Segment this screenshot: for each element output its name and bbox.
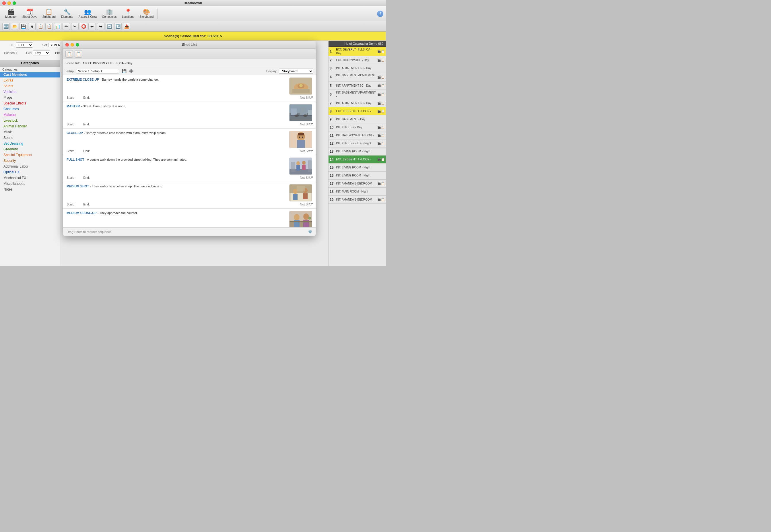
scene-list-item[interactable]: 2 EXT. HOLLYWOOD - Day 🎬📋: [329, 56, 386, 64]
category-item-music[interactable]: Music: [0, 129, 60, 135]
scene-list-item[interactable]: 7 INT. APARTMENT 6C - Day 🎬📋: [329, 99, 386, 107]
modal-close-button[interactable]: [65, 43, 69, 46]
scene-list-item[interactable]: 5 INT. APARTMENT 6C - Day 🎬📋: [329, 82, 386, 90]
shot-more-button[interactable]: •••: [309, 121, 313, 126]
maximize-button[interactable]: [13, 1, 16, 5]
scene-number: 9: [330, 117, 336, 121]
category-item-mechanical-fx[interactable]: Mechanical FX: [0, 175, 60, 181]
toolbar-locations[interactable]: 📍 Locations: [119, 7, 137, 20]
sub-btn-circle[interactable]: ⭕: [80, 23, 87, 30]
sub-btn-redo[interactable]: ↪: [97, 23, 104, 30]
sub-btn-export[interactable]: 📤: [123, 23, 130, 30]
shot-meta: Start: End: Not Shot: [67, 176, 312, 179]
shot-more-button[interactable]: •••: [309, 175, 313, 179]
sub-btn-print[interactable]: 🖨: [28, 23, 36, 30]
category-item-vehicles[interactable]: Vehicles: [0, 89, 60, 95]
companies-label: Companies: [102, 15, 117, 18]
category-item-extras[interactable]: Extras: [0, 77, 60, 83]
storyboard-label: Storyboard: [139, 15, 154, 18]
sub-btn-refresh1[interactable]: 🔄: [106, 23, 113, 30]
scene-list-item[interactable]: 13 INT. LIVING ROOM - Night: [329, 147, 386, 156]
scene-list-item[interactable]: 8 EXT. LEDGE/6TH FLOOR - 🎬📋: [329, 107, 386, 115]
sub-btn-new[interactable]: 🆕: [2, 23, 10, 30]
scene-list-item[interactable]: 19 INT. AMANDA'S BEDROOM - 🎬📋: [329, 196, 386, 204]
display-select[interactable]: Storyboard List: [279, 69, 313, 74]
category-item-optical-fx[interactable]: Optical FX: [0, 169, 60, 175]
category-item-costumes[interactable]: Costumes: [0, 106, 60, 112]
toolbar-actors-crew[interactable]: 👥 Actors & Crew: [76, 7, 99, 20]
scene-list-item[interactable]: 9 INT. BASEMENT - Day: [329, 115, 386, 123]
sub-btn-undo[interactable]: ↩: [88, 23, 96, 30]
category-item-special-effects[interactable]: Special Effects: [0, 100, 60, 106]
scene-number: 6: [330, 92, 336, 96]
scene-icons: 🎬📋: [377, 126, 384, 129]
modal-tb-paste[interactable]: 📋: [75, 50, 82, 58]
scene-list-item[interactable]: 17 INT. AMANDA'S BEDROOM - 🎬📋: [329, 180, 386, 188]
ie-select[interactable]: EXT. INT.: [16, 42, 33, 48]
sub-btn-edit[interactable]: ✏: [63, 23, 70, 30]
toolbar-elements[interactable]: 🔧 Elements: [59, 7, 76, 20]
close-button[interactable]: [2, 1, 6, 5]
category-item-makeup[interactable]: Makeup: [0, 112, 60, 118]
sub-btn-save[interactable]: 💾: [20, 23, 27, 30]
scene-list-item[interactable]: 11 INT. HALLWAY/4TH FLOOR - 🎬📋: [329, 131, 386, 139]
shot-end-label: End:: [83, 149, 90, 153]
category-item-security[interactable]: Security: [0, 158, 60, 164]
toolbar-companies[interactable]: 🏢 Companies: [100, 7, 119, 20]
modal-tb-copy[interactable]: 📋: [65, 50, 73, 58]
left-panel: I/E EXT. INT. Set 🚩 Scenes 1 D/N Day Nig…: [0, 41, 60, 266]
scene-icons: 🎬📋: [377, 142, 384, 145]
shot-more-button[interactable]: •••: [309, 201, 313, 206]
toolbar-stripboard[interactable]: 📋 Stripboard: [40, 7, 58, 20]
setup-input[interactable]: [76, 69, 119, 73]
category-item-stunts[interactable]: Stunts: [0, 83, 60, 89]
scene-list-item[interactable]: 3 INT. APARTMENT 6C - Day: [329, 64, 386, 72]
toolbar-storyboard[interactable]: 🎨 Storyboard: [137, 7, 156, 20]
scene-list-item[interactable]: 14 EXT. LEDGE/4TH FLOOR - 🎬📋: [329, 156, 386, 164]
setup-save-btn[interactable]: 💾: [121, 68, 127, 74]
sub-btn-paste[interactable]: 📋: [45, 23, 53, 30]
category-item-notes[interactable]: Notes: [0, 187, 60, 192]
scene-list-item[interactable]: 12 INT. KITCHENETTE - Night 🎬📋: [329, 139, 386, 147]
category-item-cast-members[interactable]: Cast Members: [0, 72, 60, 77]
sub-btn-open[interactable]: 📂: [11, 23, 18, 30]
scene-list-item[interactable]: 1 EXT. BEVERLY HILLS, CA - Day 🎬📋: [329, 47, 386, 56]
sub-btn-copy[interactable]: 📋: [37, 23, 44, 30]
category-item-sound[interactable]: Sound: [0, 135, 60, 141]
scene-list-item[interactable]: 16 INT. LIVING ROOM - Night: [329, 172, 386, 180]
category-item-miscellaneous[interactable]: Miscellaneous: [0, 181, 60, 187]
shot-description: - Barney hands the barrista some change.: [100, 78, 159, 81]
category-item-special-equipment[interactable]: Special Equipment: [0, 152, 60, 158]
sub-btn-refresh2[interactable]: 🔃: [114, 23, 122, 30]
category-item-additional-labor[interactable]: Additional Labor: [0, 164, 60, 169]
scenes-value: 1: [16, 51, 18, 55]
scene-list-item[interactable]: 6 INT. BASEMENT APARTMENT - 🎬📋: [329, 90, 386, 99]
setup-add-btn[interactable]: ➕: [128, 68, 134, 74]
category-item-animal-handler[interactable]: Animal Handler: [0, 123, 60, 129]
dn-select[interactable]: Day Night: [33, 50, 50, 55]
scene-list-item[interactable]: 18 INT. MAIN ROOM - Night: [329, 188, 386, 196]
companies-icon: 🏢: [106, 9, 113, 15]
scene-description: INT. APARTMENT 6C - Day: [336, 84, 377, 88]
category-item-props[interactable]: Props: [0, 95, 60, 100]
toolbar-manager[interactable]: 🎬 Manager: [2, 7, 20, 20]
shot-more-button[interactable]: •••: [309, 95, 313, 99]
sub-btn-table[interactable]: 📊: [54, 23, 61, 30]
info-button[interactable]: i: [377, 11, 383, 17]
toolbar-shoot-days[interactable]: 📅 Shoot Days: [20, 7, 40, 20]
modal-minimize-button[interactable]: [71, 43, 74, 46]
shot-thumbnail: [289, 211, 312, 227]
shot-more-button[interactable]: •••: [309, 148, 313, 153]
scene-list-item[interactable]: 10 INT. KITCHEN - Day 🎬📋: [329, 123, 386, 131]
category-item-greenery[interactable]: Greenery: [0, 146, 60, 152]
modal-title-bar: Shot List: [63, 41, 316, 49]
scene-number: 17: [330, 182, 336, 186]
sub-btn-cut[interactable]: ✂: [71, 23, 79, 30]
category-item-set-dressing[interactable]: Set Dressing: [0, 141, 60, 146]
modal-maximize-button[interactable]: [76, 43, 79, 46]
scene-list-item[interactable]: 4 INT. BASEMENT APARTMENT - 🎬📋: [329, 72, 386, 82]
scene-info-area: I/E EXT. INT. Set 🚩 Scenes 1 D/N Day Nig…: [0, 41, 60, 60]
minimize-button[interactable]: [7, 1, 11, 5]
scene-list-item[interactable]: 15 INT. LIVING ROOM - Night: [329, 164, 386, 172]
category-item-livestock[interactable]: Livestock: [0, 118, 60, 123]
